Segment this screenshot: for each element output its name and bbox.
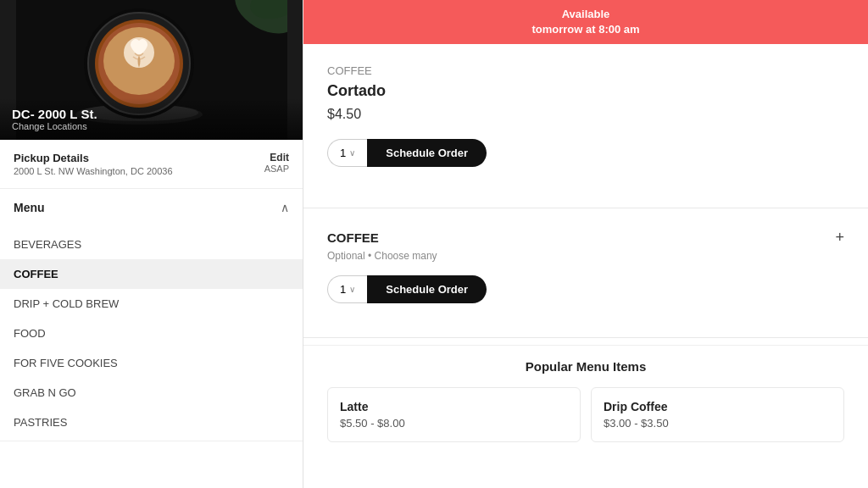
- quantity-chevron-1: ∨: [349, 148, 355, 158]
- order-controls-2: 1 ∨ Schedule Order: [327, 275, 844, 303]
- sidebar-item-beverages[interactable]: BEVERAGES: [0, 230, 303, 259]
- asap-label: ASAP: [264, 164, 289, 174]
- popular-item-latte[interactable]: Latte $5.50 - $8.00: [327, 387, 581, 442]
- quantity-selector-2[interactable]: 1 ∨: [327, 275, 367, 303]
- store-info-overlay: DC- 2000 L St. Change Locations: [0, 98, 303, 140]
- edit-link[interactable]: Edit: [264, 152, 289, 164]
- order-controls-1: 1 ∨ Schedule Order: [327, 139, 844, 167]
- edit-asap-group: Edit ASAP: [264, 152, 289, 174]
- customization-section: COFFEE + Optional • Choose many 1 ∨ Sche…: [303, 215, 868, 330]
- sidebar-item-coffee[interactable]: COFFEE: [0, 259, 303, 289]
- popular-item-latte-name: Latte: [340, 400, 568, 413]
- quantity-selector-1[interactable]: 1 ∨: [327, 139, 367, 167]
- menu-header[interactable]: Menu ∧: [0, 189, 303, 226]
- pickup-label: Pickup Details: [14, 152, 173, 164]
- popular-item-drip-coffee[interactable]: Drip Coffee $3.00 - $3.50: [591, 387, 844, 442]
- popular-item-latte-price: $5.50 - $8.00: [340, 417, 568, 430]
- menu-section: Menu ∧ BEVERAGES COFFEE DRIP + COLD BREW…: [0, 189, 303, 441]
- menu-items-list: BEVERAGES COFFEE DRIP + COLD BREW FOOD F…: [0, 226, 303, 441]
- quantity-chevron-2: ∨: [349, 285, 355, 294]
- menu-title: Menu: [14, 201, 45, 214]
- popular-section-title: Popular Menu Items: [327, 359, 844, 374]
- customization-title: COFFEE: [327, 230, 379, 245]
- quantity-value-1: 1: [340, 147, 346, 159]
- customization-subtitle: Optional • Choose many: [327, 250, 844, 262]
- schedule-order-button-1[interactable]: Schedule Order: [367, 139, 487, 167]
- product-name: Cortado: [327, 82, 844, 100]
- availability-line2: tomorrow at 8:00 am: [317, 22, 854, 37]
- customization-header: COFFEE +: [327, 229, 844, 247]
- quantity-value-2: 1: [340, 283, 346, 296]
- sidebar-item-for-five-cookies[interactable]: FOR FIVE COOKIES: [0, 348, 303, 378]
- pickup-address: 2000 L St. NW Washington, DC 20036: [14, 166, 173, 176]
- section-divider-1: [303, 208, 868, 208]
- plus-icon[interactable]: +: [835, 229, 844, 247]
- product-price: $4.50: [327, 107, 844, 122]
- store-image: DC- 2000 L St. Change Locations FOR FIVE: [0, 0, 303, 140]
- sidebar-item-grab-n-go[interactable]: GRAB N GO: [0, 378, 303, 408]
- sidebar-item-food[interactable]: FOOD: [0, 319, 303, 348]
- store-name: DC- 2000 L St.: [12, 107, 291, 121]
- popular-section: Popular Menu Items Latte $5.50 - $8.00 D…: [303, 345, 868, 456]
- left-panel: DC- 2000 L St. Change Locations FOR FIVE…: [0, 0, 303, 488]
- product-section: COFFEE Cortado $4.50 1 ∨ Schedule Order: [303, 44, 868, 201]
- popular-item-drip-name: Drip Coffee: [604, 400, 832, 413]
- section-divider-2: [303, 337, 868, 338]
- schedule-order-button-2[interactable]: Schedule Order: [367, 275, 487, 303]
- availability-banner: Available tomorrow at 8:00 am: [303, 0, 868, 44]
- popular-item-drip-price: $3.00 - $3.50: [604, 417, 832, 430]
- sidebar-item-pastries[interactable]: PASTRIES: [0, 408, 303, 437]
- right-panel: Available tomorrow at 8:00 am COFFEE Cor…: [303, 0, 868, 488]
- change-location-link[interactable]: Change Locations: [12, 121, 291, 131]
- availability-line1: Available: [317, 7, 854, 22]
- pickup-section: Pickup Details 2000 L St. NW Washington,…: [0, 140, 303, 189]
- popular-items-grid: Latte $5.50 - $8.00 Drip Coffee $3.00 - …: [327, 387, 844, 442]
- product-category: COFFEE: [327, 64, 844, 77]
- pickup-info: Pickup Details 2000 L St. NW Washington,…: [14, 152, 173, 176]
- menu-chevron-icon: ∧: [281, 201, 289, 214]
- sidebar-item-drip-cold-brew[interactable]: DRIP + COLD BREW: [0, 289, 303, 319]
